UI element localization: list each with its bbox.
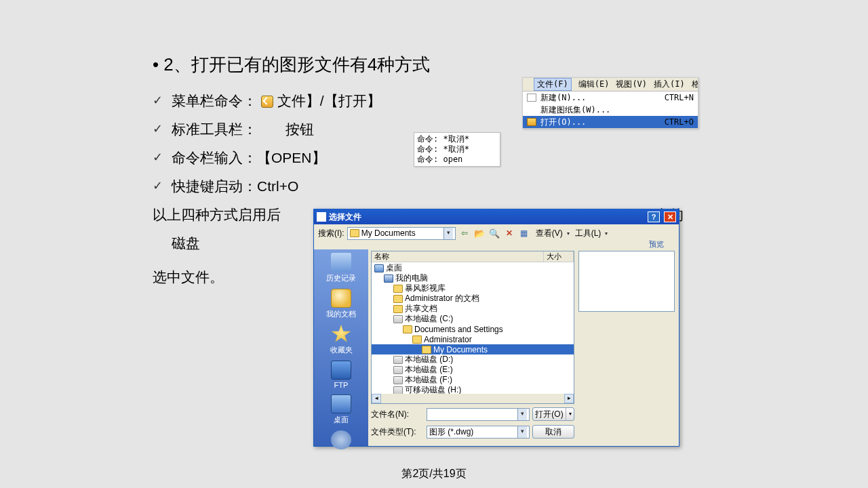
help-button[interactable]: ? <box>648 211 660 222</box>
search-button[interactable] <box>488 227 500 239</box>
filename-input[interactable]: ▾ <box>427 408 530 421</box>
place-desktop-label: 桌面 <box>315 415 367 425</box>
note-1a: 以上四种方式启用后 <box>153 207 281 222</box>
lookin-value: My Documents <box>361 228 440 238</box>
place-history[interactable]: 历史记录 <box>315 251 367 287</box>
menu-insert[interactable]: 插入(I) <box>654 79 685 90</box>
menu-file[interactable]: 文件(F) <box>534 78 572 91</box>
folder-icon <box>422 346 431 354</box>
folder-icon <box>350 229 359 237</box>
menu-item-new-sheet[interactable]: 新建图纸集(W)... <box>523 104 698 116</box>
folder-icon <box>393 305 403 313</box>
place-mydocs-label: 我的文档 <box>315 309 367 319</box>
slide-title: 2、打开已有的图形文件有4种方式 <box>153 53 709 77</box>
open-button[interactable]: 打开(O) ▾ <box>532 407 574 421</box>
place-mydocs[interactable]: 我的文档 <box>315 287 367 323</box>
col-name[interactable]: 名称 <box>372 251 544 262</box>
folder-icon <box>403 325 412 333</box>
file-dialog: 选择文件 ? ✕ 搜索(I): My Documents ▾ 查看(V) ▾ 工… <box>313 209 679 447</box>
folder-icon <box>393 386 403 394</box>
folder-icon <box>393 315 403 323</box>
desktop-icon <box>331 394 351 413</box>
menu-new-shortcut: CTRL+N <box>665 93 694 102</box>
menu-edit[interactable]: 编辑(E) <box>578 79 610 90</box>
place-ftp-label: FTP <box>315 381 367 389</box>
folder-icon <box>374 264 384 272</box>
folder-icon <box>393 366 403 374</box>
folder-icon <box>393 376 403 384</box>
filetype-label: 文件类型(T): <box>371 426 424 438</box>
file-tree[interactable]: 名称 大小 桌面我的电脑暴风影视库Administrator 的文档共享文档本地… <box>371 251 574 404</box>
delete-button[interactable] <box>503 227 515 239</box>
tree-node[interactable]: 本地磁盘 (F:) <box>372 375 574 385</box>
cmd-line-1: 命令: *取消* <box>417 134 497 144</box>
chevron-down-icon[interactable]: ▾ <box>443 228 453 239</box>
tree-node[interactable]: 我的电脑 <box>372 273 574 283</box>
tree-node[interactable]: 桌面 <box>372 263 574 273</box>
method-1-post: 文件】/【打开】 <box>277 93 381 108</box>
tree-node[interactable]: 本地磁盘 (E:) <box>372 365 574 375</box>
menu-new-label: 新建(N)... <box>540 92 660 104</box>
filename-row: 文件名(N): ▾ 打开(O) ▾ <box>371 407 574 422</box>
tree-node[interactable]: 本地磁盘 (C:) <box>372 314 574 324</box>
tools-menu[interactable]: 工具(L) <box>575 228 601 239</box>
filetype-value: 图形 (*.dwg) <box>429 426 514 438</box>
star-icon <box>331 325 351 344</box>
tree-node[interactable]: Administrator <box>372 334 574 344</box>
menu-item-new[interactable]: 新建(N)... CTRL+N <box>523 92 698 104</box>
filetype-combo[interactable]: 图形 (*.dwg) ▾ <box>427 426 530 439</box>
tree-node-label: My Documents <box>433 345 488 354</box>
menu-item-open[interactable]: 打开(O)... CTRL+O <box>523 116 698 128</box>
folder-icon <box>393 356 403 364</box>
close-button[interactable]: ✕ <box>664 211 676 222</box>
tree-node[interactable]: Administrator 的文档 <box>372 293 574 304</box>
view-menu[interactable]: 查看(V) <box>536 228 563 239</box>
view-dd[interactable]: ▾ <box>566 227 571 239</box>
place-extra[interactable] <box>315 428 367 454</box>
horizontal-scrollbar[interactable]: ◂ ▸ <box>372 394 574 403</box>
menu-format[interactable]: 格 <box>692 79 698 90</box>
open-icon <box>261 96 273 108</box>
place-fav-label: 收藏夹 <box>315 345 367 355</box>
place-ftp[interactable]: FTP <box>315 359 367 392</box>
filetype-row: 文件类型(T): 图形 (*.dwg) ▾ 取消 <box>371 424 574 439</box>
tree-header: 名称 大小 <box>372 251 574 262</box>
tree-node-label: Documents and Settings <box>414 325 503 334</box>
gear-icon <box>331 430 351 449</box>
tools-dd[interactable]: ▾ <box>604 227 609 239</box>
place-favorites[interactable]: 收藏夹 <box>315 323 367 359</box>
tree-node-label: Administrator <box>424 335 472 344</box>
preview-pane <box>578 251 675 312</box>
scroll-right[interactable]: ▸ <box>564 394 574 403</box>
open-split-dd[interactable]: ▾ <box>566 408 574 420</box>
cmd-line-3: 命令: open <box>417 155 497 165</box>
tree-node[interactable]: 共享文档 <box>372 304 574 314</box>
tree-node[interactable]: Documents and Settings <box>372 324 574 334</box>
place-desktop[interactable]: 桌面 <box>315 392 367 428</box>
back-button[interactable] <box>458 227 471 239</box>
cancel-button[interactable]: 取消 <box>532 425 574 439</box>
up-button[interactable] <box>473 227 486 239</box>
places-bar: 历史记录 我的文档 收藏夹 FTP 桌面 <box>314 249 368 446</box>
filename-dd[interactable]: ▾ <box>517 409 527 420</box>
tree-node[interactable]: 暴风影视库 <box>372 283 574 293</box>
preview-column <box>577 249 679 446</box>
menu-bar: 文件(F) 编辑(E) 视图(V) 插入(I) 格 <box>523 78 698 92</box>
method-4: 快捷键启动：Ctrl+O <box>153 177 709 196</box>
dialog-icon <box>317 212 326 222</box>
col-size[interactable]: 大小 <box>544 251 574 262</box>
lookin-combo[interactable]: My Documents ▾ <box>347 227 456 240</box>
folder-icon <box>393 295 403 303</box>
menu-screenshot: 文件(F) 编辑(E) 视图(V) 插入(I) 格 新建(N)... CTRL+… <box>522 77 698 129</box>
dialog-title-text: 选择文件 <box>329 211 644 223</box>
page-number: 第2页/共19页 <box>0 467 868 481</box>
history-icon <box>331 253 351 272</box>
search-label: 搜索(I): <box>318 228 344 239</box>
menu-view[interactable]: 视图(V) <box>616 79 647 90</box>
tree-node[interactable]: My Documents <box>372 344 574 354</box>
scroll-left[interactable]: ◂ <box>372 394 381 403</box>
filetype-dd[interactable]: ▾ <box>517 426 527 438</box>
tree-node-label: 本地磁盘 (C:) <box>405 313 453 325</box>
method-1-pre: 菜单栏命令： <box>172 93 257 108</box>
tree-node[interactable]: 本地磁盘 (D:) <box>372 354 574 365</box>
